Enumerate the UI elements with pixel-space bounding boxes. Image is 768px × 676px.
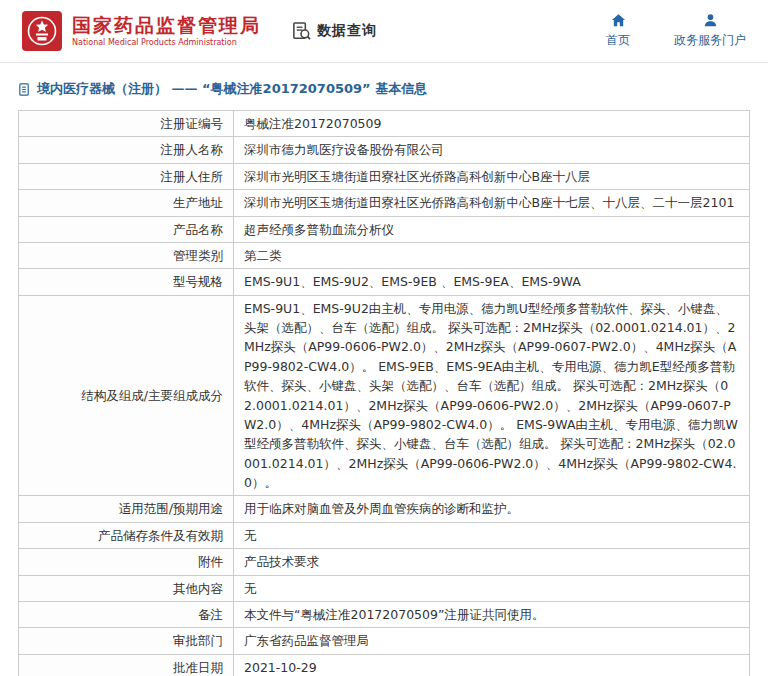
data-query-label: 数据查询 <box>317 22 377 40</box>
data-query-nav[interactable]: 数据查询 <box>291 21 377 42</box>
field-label: 型号规格 <box>19 269 234 295</box>
field-value: 本文件与“粤械注准20172070509”注册证共同使用。 <box>234 601 750 627</box>
table-row: 生产地址 深圳市光明区玉塘街道田寮社区光侨路高科创新中心B座十七层、十八层、二十… <box>19 190 750 216</box>
table-row: 备注 本文件与“粤械注准20172070509”注册证共同使用。 <box>19 601 750 627</box>
field-label: 生产地址 <box>19 190 234 216</box>
field-label: 注册人住所 <box>19 163 234 189</box>
field-value: 第二类 <box>234 242 750 268</box>
field-label: 批准日期 <box>19 654 234 676</box>
table-row: 注册人名称 深圳市德力凯医疗设备股份有限公司 <box>19 137 750 163</box>
field-label: 适用范围/预期用途 <box>19 496 234 522</box>
table-row: 其他内容 无 <box>19 575 750 601</box>
table-row: 注册人住所 深圳市光明区玉塘街道田寮社区光侨路高科创新中心B座十八层 <box>19 163 750 189</box>
field-value: 超声经颅多普勒血流分析仪 <box>234 216 750 242</box>
field-label: 产品储存条件及有效期 <box>19 522 234 548</box>
field-label: 备注 <box>19 601 234 627</box>
table-row: 审批部门 广东省药品监督管理局 <box>19 628 750 654</box>
field-value: 无 <box>234 575 750 601</box>
field-label: 管理类别 <box>19 242 234 268</box>
user-icon <box>703 13 718 28</box>
field-value: EMS-9U1、EMS-9U2、EMS-9EB 、EMS-9EA、EMS-9WA <box>234 269 750 295</box>
registration-info-table: 注册证编号 粤械注准20172070509 注册人名称 深圳市德力凯医疗设备股份… <box>18 110 750 676</box>
field-value: 产品技术要求 <box>234 549 750 575</box>
field-label: 注册人名称 <box>19 137 234 163</box>
table-row: 适用范围/预期用途 用于临床对脑血管及外周血管疾病的诊断和监护。 <box>19 496 750 522</box>
nav-service-portal[interactable]: 政务服务门户 <box>674 13 746 49</box>
national-emblem-logo <box>22 11 62 51</box>
field-value: 深圳市光明区玉塘街道田寮社区光侨路高科创新中心B座十八层 <box>234 163 750 189</box>
breadcrumb-text: 境内医疗器械（注册） —— “粤械注准20172070509” 基本信息 <box>37 80 427 98</box>
field-value: 广东省药品监督管理局 <box>234 628 750 654</box>
table-row: 附件 产品技术要求 <box>19 549 750 575</box>
field-value: 深圳市光明区玉塘街道田寮社区光侨路高科创新中心B座十七层、十八层、二十一层210… <box>234 190 750 216</box>
field-label: 结构及组成/主要组成成分 <box>19 295 234 496</box>
table-row: 型号规格 EMS-9U1、EMS-9U2、EMS-9EB 、EMS-9EA、EM… <box>19 269 750 295</box>
document-icon <box>18 83 31 96</box>
field-label: 审批部门 <box>19 628 234 654</box>
table-row: 管理类别 第二类 <box>19 242 750 268</box>
field-value: 粤械注准20172070509 <box>234 111 750 137</box>
nav-home[interactable]: 首页 <box>606 13 630 49</box>
field-label: 附件 <box>19 549 234 575</box>
site-subtitle: National Medical Products Administration <box>72 37 261 48</box>
site-title: 国家药品监督管理局 <box>72 14 261 37</box>
field-label: 其他内容 <box>19 575 234 601</box>
site-header: 国家药品监督管理局 National Medical Products Admi… <box>0 0 768 63</box>
field-label: 注册证编号 <box>19 111 234 137</box>
home-icon <box>611 13 626 28</box>
nav-service-portal-label: 政务服务门户 <box>674 32 746 49</box>
field-value: 深圳市德力凯医疗设备股份有限公司 <box>234 137 750 163</box>
breadcrumb[interactable]: 境内医疗器械（注册） —— “粤械注准20172070509” 基本信息 <box>18 80 750 98</box>
table-row: 产品名称 超声经颅多普勒血流分析仪 <box>19 216 750 242</box>
data-query-icon <box>291 21 312 42</box>
main-content: 境内医疗器械（注册） —— “粤械注准20172070509” 基本信息 注册证… <box>0 63 768 676</box>
site-brand: 国家药品监督管理局 National Medical Products Admi… <box>72 14 261 48</box>
field-label: 产品名称 <box>19 216 234 242</box>
field-value: 2021-10-29 <box>234 654 750 676</box>
table-row: 产品储存条件及有效期 无 <box>19 522 750 548</box>
table-row: 结构及组成/主要组成成分 EMS-9U1、EMS-9U2由主机、专用电源、德力凯… <box>19 295 750 496</box>
field-value: 用于临床对脑血管及外周血管疾病的诊断和监护。 <box>234 496 750 522</box>
table-row: 注册证编号 粤械注准20172070509 <box>19 111 750 137</box>
field-value: EMS-9U1、EMS-9U2由主机、专用电源、德力凯U型经颅多普勒软件、探头、… <box>234 295 750 496</box>
field-value: 无 <box>234 522 750 548</box>
table-row: 批准日期 2021-10-29 <box>19 654 750 676</box>
nav-home-label: 首页 <box>606 32 630 49</box>
